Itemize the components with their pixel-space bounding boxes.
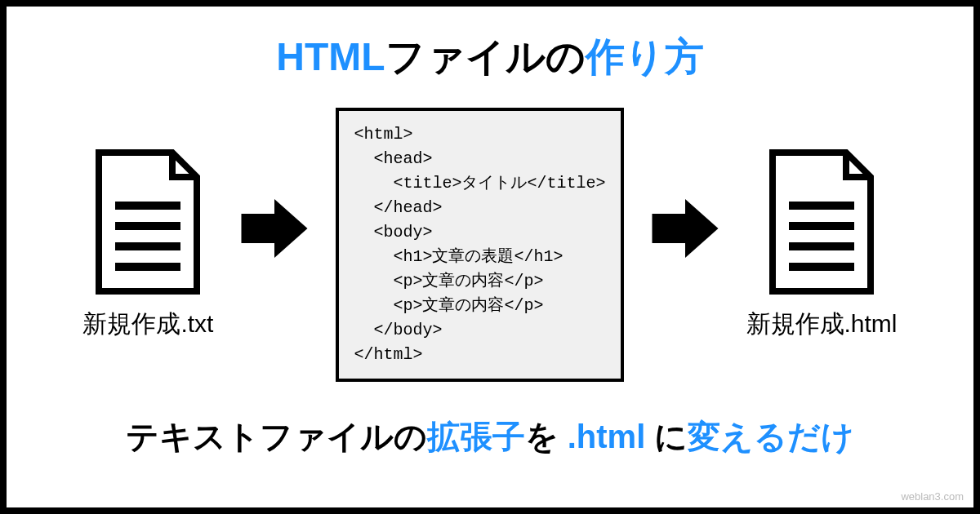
subtitle-part3: を — [525, 419, 568, 454]
subtitle-part2: 拡張子 — [427, 419, 525, 454]
title-part3: 作り方 — [586, 35, 704, 78]
file-label-txt: 新規作成.txt — [82, 308, 213, 341]
code-box: <html> <head> <title>タイトル</title> </head… — [336, 108, 623, 382]
document-icon — [91, 148, 205, 295]
subtitle-part4: .html — [568, 419, 646, 454]
subtitle-part1: テキストファイルの — [126, 419, 427, 454]
diagram-row: 新規作成.txt <html> <head> <title>タイトル</titl… — [39, 108, 941, 382]
file-block-html: 新規作成.html — [746, 148, 898, 341]
title-part2: ファイルの — [385, 35, 586, 78]
title-part1: HTML — [276, 35, 385, 78]
subtitle-part6: 変えるだけ — [688, 419, 854, 454]
file-block-txt: 新規作成.txt — [82, 148, 213, 341]
subtitle-part5: に — [645, 419, 688, 454]
page-title: HTMLファイルの作り方 — [39, 31, 941, 83]
document-icon — [764, 148, 879, 295]
file-label-html: 新規作成.html — [746, 308, 898, 341]
diagram-frame: HTMLファイルの作り方 新規作成.txt <html> <head> <tit… — [0, 0, 980, 514]
arrow-right-icon — [238, 192, 311, 265]
watermark: weblan3.com — [901, 490, 964, 503]
arrow-right-icon — [648, 192, 722, 265]
subtitle: テキストファイルの拡張子を .html に変えるだけ — [39, 414, 941, 459]
